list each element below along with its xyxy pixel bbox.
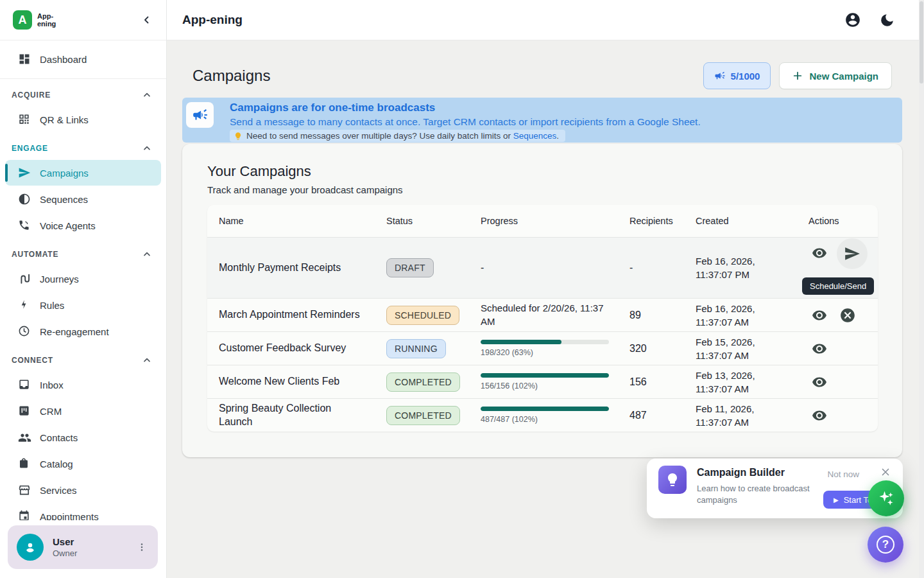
sidebar-item-crm[interactable]: CRM bbox=[5, 398, 161, 424]
table-row: March Appointment Reminders SCHEDULED Sc… bbox=[207, 298, 878, 331]
scrollbar-thumb[interactable] bbox=[920, 1, 923, 83]
progress-label: 198/320 (63%) bbox=[481, 348, 609, 357]
view-button[interactable] bbox=[809, 242, 830, 264]
status-badge: RUNNING bbox=[386, 339, 446, 358]
ai-assistant-fab[interactable] bbox=[868, 480, 904, 516]
table-header: Name Status Progress Recipients Created … bbox=[207, 205, 878, 237]
col-recipients: Recipients bbox=[618, 216, 684, 226]
sidebar-item-catalog[interactable]: Catalog bbox=[5, 451, 161, 477]
progress-bar bbox=[481, 340, 609, 344]
schedule-send-button[interactable] bbox=[837, 238, 868, 269]
app-logo-text: App- ening bbox=[37, 12, 138, 28]
sidebar-item-dashboard[interactable]: Dashboard bbox=[5, 46, 161, 72]
close-icon bbox=[880, 466, 894, 478]
sidebar-item-label: Catalog bbox=[40, 459, 73, 469]
send-icon bbox=[18, 166, 31, 179]
banner-body: Send a message to many contacts at once.… bbox=[230, 116, 892, 128]
sidebar-item-sequences[interactable]: Sequences bbox=[5, 186, 161, 212]
sidebar-item-label: Voice Agents bbox=[40, 220, 96, 231]
progress-bar bbox=[481, 373, 609, 378]
half-circle-icon bbox=[18, 193, 31, 206]
chevron-up-icon bbox=[142, 90, 152, 100]
sidebar-item-qr-links[interactable]: QR & Links bbox=[5, 107, 161, 132]
card-subtitle: Track and manage your broadcast campaign… bbox=[207, 184, 878, 195]
inbox-icon bbox=[18, 378, 31, 391]
not-now-button[interactable]: Not now bbox=[827, 469, 859, 479]
sidebar-item-re-engagement[interactable]: Re-engagement bbox=[5, 319, 161, 344]
user-card[interactable]: User Owner bbox=[8, 525, 158, 569]
view-button[interactable] bbox=[809, 338, 830, 360]
topbar: App-ening bbox=[167, 0, 924, 40]
sidebar-section-automate[interactable]: AUTOMATE bbox=[0, 243, 166, 265]
lightbulb-badge bbox=[658, 466, 687, 494]
person-icon bbox=[22, 539, 38, 556]
megaphone-icon bbox=[192, 107, 209, 123]
scrollbar-track[interactable] bbox=[919, 0, 924, 578]
chevron-up-icon bbox=[142, 143, 152, 153]
quota-value: 5/1000 bbox=[731, 71, 760, 82]
cancel-button[interactable] bbox=[837, 304, 859, 326]
actions-cell bbox=[797, 332, 878, 365]
sidebar-divider bbox=[0, 78, 166, 79]
sidebar-item-label: Sequences bbox=[40, 194, 88, 205]
send-icon bbox=[844, 245, 860, 262]
account-button[interactable] bbox=[844, 12, 861, 28]
user-meta: User Owner bbox=[53, 536, 127, 558]
sidebar-item-contacts[interactable]: Contacts bbox=[5, 425, 161, 450]
eye-icon bbox=[812, 408, 827, 423]
sequences-link[interactable]: Sequences bbox=[513, 131, 557, 141]
banner-title: Campaigns are for one-time broadcasts bbox=[230, 101, 892, 114]
sidebar-item-appointments[interactable]: Appointments bbox=[5, 504, 161, 520]
dark-mode-toggle[interactable] bbox=[879, 12, 896, 28]
people-icon bbox=[18, 431, 31, 444]
progress-label: 156/156 (102%) bbox=[481, 381, 609, 390]
created-cell: Feb 16, 2026, 11:37:07 PM bbox=[684, 254, 797, 281]
col-progress: Progress bbox=[469, 216, 618, 226]
close-button[interactable] bbox=[880, 465, 894, 479]
sidebar-item-services[interactable]: Services bbox=[5, 477, 161, 503]
campaign-quota-badge[interactable]: 5/1000 bbox=[703, 62, 771, 89]
qr-code-icon bbox=[18, 113, 31, 126]
banner-tip: Need to send messages over multiple days… bbox=[230, 130, 565, 142]
sidebar-item-rules[interactable]: Rules bbox=[5, 292, 161, 318]
route-icon bbox=[18, 272, 31, 285]
user-menu-button[interactable] bbox=[136, 538, 151, 557]
sidebar-section-engage[interactable]: ENGAGE bbox=[0, 137, 166, 159]
sidebar-item-campaigns[interactable]: Campaigns bbox=[5, 160, 161, 186]
popup-body: Learn how to create broadcast campaigns bbox=[697, 483, 812, 506]
view-button[interactable] bbox=[809, 405, 830, 426]
lightbulb-icon bbox=[234, 132, 243, 141]
sidebar-item-label: Dashboard bbox=[40, 54, 87, 65]
created-cell: Feb 11, 2026, 11:37:07 AM bbox=[684, 402, 797, 429]
status-badge: COMPLETED bbox=[386, 372, 460, 392]
dashboard-icon bbox=[18, 53, 31, 66]
sidebar-section-connect[interactable]: CONNECT bbox=[0, 349, 166, 371]
sidebar-item-label: Inbox bbox=[40, 380, 64, 390]
banner-icon-box bbox=[186, 102, 214, 128]
campaigns-table: Name Status Progress Recipients Created … bbox=[207, 205, 878, 432]
recipients-cell: - bbox=[618, 262, 684, 274]
sidebar-item-journeys[interactable]: Journeys bbox=[5, 266, 161, 292]
sidebar-collapse-button[interactable] bbox=[138, 11, 156, 29]
user-role: Owner bbox=[53, 548, 127, 558]
view-button[interactable] bbox=[809, 304, 830, 326]
sidebar-section-acquire[interactable]: ACQUIRE bbox=[0, 84, 166, 106]
sidebar-header: A App- ening bbox=[0, 0, 166, 40]
created-cell: Feb 13, 2026, 11:37:07 AM bbox=[684, 369, 797, 396]
chevron-up-icon bbox=[142, 249, 152, 259]
help-fab[interactable]: ? bbox=[868, 527, 903, 563]
new-campaign-button[interactable]: New Campaign bbox=[779, 62, 892, 89]
sidebar-item-voice-agents[interactable]: Voice Agents bbox=[5, 213, 161, 238]
sidebar-item-inbox[interactable]: Inbox bbox=[5, 372, 161, 398]
app-logo: A bbox=[13, 10, 32, 30]
col-status: Status bbox=[375, 216, 469, 226]
megaphone-icon bbox=[714, 70, 726, 82]
recipients-cell: 487 bbox=[618, 410, 684, 421]
created-cell: Feb 15, 2026, 11:37:07 AM bbox=[684, 335, 797, 362]
campaign-name: Customer Feedback Survey bbox=[207, 342, 375, 355]
moon-icon bbox=[879, 12, 896, 28]
sidebar-nav: Dashboard ACQUIRE QR & Links ENGAGE Camp… bbox=[0, 40, 166, 520]
view-button[interactable] bbox=[809, 371, 830, 393]
user-avatar bbox=[17, 534, 44, 561]
campaign-name: Welcome New Clients Feb bbox=[207, 375, 375, 389]
